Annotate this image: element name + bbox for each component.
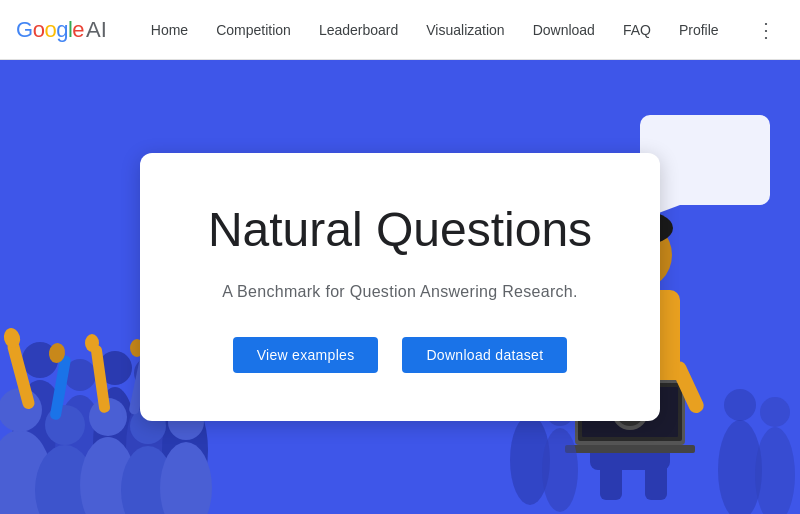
svg-point-57 xyxy=(760,397,790,427)
logo[interactable]: Google AI xyxy=(16,17,107,43)
nav-item-home[interactable]: Home xyxy=(139,14,200,46)
logo-ai-text: AI xyxy=(86,17,107,43)
svg-point-29 xyxy=(85,334,99,352)
hero-card: Natural Questions A Benchmark for Questi… xyxy=(140,153,660,421)
nav-item-leaderboard[interactable]: Leaderboard xyxy=(307,14,410,46)
more-menu-button[interactable]: ⋮ xyxy=(748,12,784,48)
nav-links: Home Competition Leaderboard Visualizati… xyxy=(139,14,748,46)
logo-google-text: Google xyxy=(16,17,84,43)
nav-item-faq[interactable]: FAQ xyxy=(611,14,663,46)
hero-title: Natural Questions xyxy=(200,201,600,259)
navbar: Google AI Home Competition Leaderboard V… xyxy=(0,0,800,60)
hero-subtitle: A Benchmark for Question Answering Resea… xyxy=(200,283,600,301)
nav-item-competition[interactable]: Competition xyxy=(204,14,303,46)
nav-item-profile[interactable]: Profile xyxy=(667,14,731,46)
svg-rect-45 xyxy=(565,445,695,453)
svg-point-52 xyxy=(542,428,578,512)
download-dataset-button[interactable]: Download dataset xyxy=(402,337,567,373)
nav-item-visualization[interactable]: Visualization xyxy=(414,14,516,46)
nav-item-download[interactable]: Download xyxy=(521,14,607,46)
hero-section: Natural Questions A Benchmark for Questi… xyxy=(0,60,800,514)
hero-buttons: View examples Download dataset xyxy=(200,337,600,373)
svg-point-55 xyxy=(724,389,756,421)
view-examples-button[interactable]: View examples xyxy=(233,337,379,373)
